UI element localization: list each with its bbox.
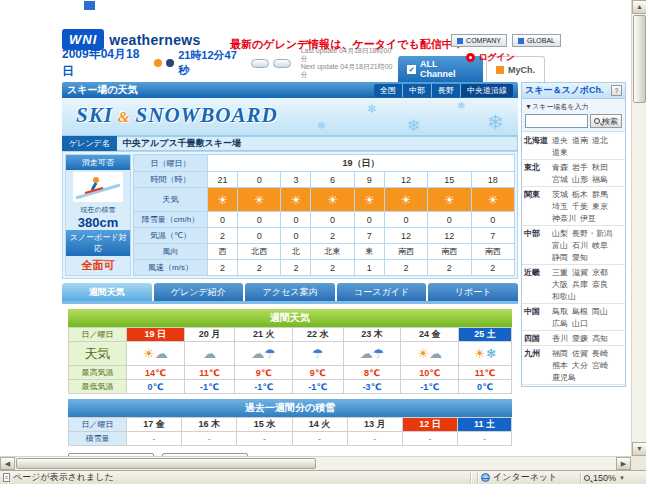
vertical-scrollbar[interactable]: ▲ ▼ bbox=[631, 0, 646, 456]
prefecture-link[interactable]: 愛知 bbox=[572, 252, 588, 263]
prefecture-link[interactable]: 奈良 bbox=[592, 279, 608, 290]
breadcrumb-item[interactable]: 長野 bbox=[431, 84, 460, 97]
prefecture-link[interactable]: 愛媛 bbox=[572, 333, 588, 344]
scroll-up-button[interactable]: ▲ bbox=[632, 0, 646, 14]
prefecture-link[interactable]: 福岡 bbox=[552, 348, 568, 359]
mych-icon bbox=[496, 66, 504, 74]
site-header: WNI weathernews 最新のゲレンデ情報は、ケータイでも配信中！ CO… bbox=[62, 26, 625, 62]
sun-icon-cell: ☀ bbox=[238, 187, 281, 211]
snowflake-icon: ❄ bbox=[457, 100, 465, 111]
breadcrumb-item[interactable]: 中部 bbox=[402, 84, 431, 97]
prefecture-link[interactable]: 和歌山 bbox=[552, 291, 576, 302]
prefecture-link[interactable]: 佐賀 bbox=[572, 348, 588, 359]
region-row: 中国鳥取島根岡山広島山口 bbox=[522, 304, 625, 331]
prefecture-link[interactable]: 道北 bbox=[592, 135, 608, 146]
past-snow-table: 日／曜日 17 金16 木15 水14 火13 月12 日11 土 積雪量 --… bbox=[68, 417, 512, 446]
prefecture-link[interactable]: 岩手 bbox=[572, 162, 588, 173]
prefecture-link[interactable]: 山口 bbox=[572, 318, 588, 329]
tab-access[interactable]: アクセス案内 bbox=[245, 283, 335, 301]
login-button[interactable]: ログイン bbox=[466, 51, 515, 64]
next-update: Next update 04月18日21時00分 bbox=[301, 63, 393, 78]
prefecture-link[interactable]: 群馬 bbox=[592, 189, 608, 200]
breadcrumb-item[interactable]: 全国 bbox=[374, 84, 402, 97]
gelande-name[interactable]: 中央アルプス千畳敷スキー場 bbox=[117, 136, 518, 151]
prefecture-link[interactable]: 宮城 bbox=[552, 174, 568, 185]
prefecture-link[interactable]: 熊本 bbox=[552, 360, 568, 371]
breadcrumb-item[interactable]: 中央道沿線 bbox=[460, 84, 513, 97]
tab-report[interactable]: リポート bbox=[428, 283, 518, 301]
prefecture-link[interactable]: 茨城 bbox=[552, 189, 568, 200]
prefecture-link[interactable]: 福島 bbox=[592, 174, 608, 185]
tab-weekly-weather[interactable]: 週間天気 bbox=[62, 283, 152, 301]
prefecture-link[interactable]: 伊豆 bbox=[580, 213, 596, 224]
scroll-left-button[interactable]: ◀ bbox=[0, 457, 15, 470]
global-icon bbox=[518, 38, 524, 44]
high-temp-cell: 8℃ bbox=[343, 366, 401, 380]
prefecture-link[interactable]: 兵庫 bbox=[572, 279, 588, 290]
prefecture-link[interactable]: 鹿児島 bbox=[552, 372, 576, 383]
horizontal-scroll-thumb[interactable] bbox=[16, 458, 316, 469]
horizontal-scrollbar[interactable]: ◀ ▶ bbox=[0, 456, 631, 470]
banner-ampersand: & bbox=[118, 109, 131, 125]
prefecture-link[interactable]: 鳥取 bbox=[552, 306, 568, 317]
global-button[interactable]: GLOBAL bbox=[512, 34, 561, 47]
sun-icon-cell: ☀ bbox=[281, 187, 311, 211]
weekly-icons-row: 天気 ☀☁ ☁ ☁☂ ☂ ☁☂ ☀☁ ☀❄ bbox=[69, 342, 512, 366]
past-snow-box: 過去一週間分の積雪 日／曜日 17 金16 木15 水14 火13 月12 日1… bbox=[68, 399, 512, 446]
tab-gelande-info[interactable]: ゲレンデ紹介 bbox=[154, 283, 244, 301]
search-button[interactable]: 検索 bbox=[590, 114, 622, 128]
weather-icon-cell: ☁☂ bbox=[235, 342, 293, 366]
prefecture-link[interactable]: 道南 bbox=[572, 135, 588, 146]
weather-icon-cell: ☂ bbox=[293, 342, 344, 366]
promo-text: 最新のゲレンデ情報は、ケータイでも配信中！ bbox=[230, 37, 464, 52]
temperature-cell: 7 bbox=[471, 228, 514, 244]
weathernews-logo[interactable]: WNI weathernews bbox=[62, 29, 201, 50]
prefecture-link[interactable]: 大分 bbox=[572, 360, 588, 371]
prefecture-link[interactable]: 埼玉 bbox=[552, 201, 568, 212]
weather-icon-cell: ☀❄ bbox=[459, 342, 512, 366]
prefecture-link[interactable]: 岡山 bbox=[592, 306, 608, 317]
prefecture-link[interactable]: 栃木 bbox=[572, 189, 588, 200]
prefecture-link[interactable]: 大阪 bbox=[552, 279, 568, 290]
cloud-icon: ☁ bbox=[251, 346, 264, 361]
zoom-control[interactable]: 150% ▼ bbox=[584, 473, 646, 483]
prefecture-link[interactable]: 山梨 bbox=[552, 228, 568, 239]
hour-cell: 18 bbox=[471, 172, 514, 188]
prefecture-link[interactable]: 青森 bbox=[552, 162, 568, 173]
tab-course-guide[interactable]: コースガイド bbox=[337, 283, 427, 301]
prefecture-link[interactable]: 秋田 bbox=[592, 162, 608, 173]
ski-resort-search-input[interactable] bbox=[525, 114, 588, 128]
prefecture-link[interactable]: 三重 bbox=[552, 267, 568, 278]
prefecture-link[interactable]: 富山 bbox=[552, 240, 568, 251]
prefecture-link[interactable]: 香川 bbox=[552, 333, 568, 344]
prefecture-link[interactable]: 高知 bbox=[592, 333, 608, 344]
vertical-scroll-thumb[interactable] bbox=[633, 15, 646, 103]
prefecture-link[interactable]: 道東 bbox=[552, 147, 568, 158]
prefecture-link[interactable]: 山形 bbox=[572, 174, 588, 185]
prefecture-link[interactable]: 千葉 bbox=[572, 201, 588, 212]
prefecture-link[interactable]: 京都 bbox=[592, 267, 608, 278]
sun-icon-cell: ☀ bbox=[311, 187, 354, 211]
today-weather-panel: 滑走可否 現在の積雪 380cm スノーボード対応 全面可 日 bbox=[62, 151, 518, 279]
prefecture-link[interactable]: 広島 bbox=[552, 318, 568, 329]
prefecture-link[interactable]: 長野・新潟 bbox=[572, 228, 612, 239]
prefecture-link[interactable]: 滋賀 bbox=[572, 267, 588, 278]
browser-chrome-fragment bbox=[84, 1, 95, 10]
scroll-down-button[interactable]: ▼ bbox=[632, 442, 646, 456]
scroll-right-button[interactable]: ▶ bbox=[616, 457, 631, 470]
cloud-icon: ☁ bbox=[155, 346, 168, 361]
cloud-icon: ☁ bbox=[360, 346, 373, 361]
prefecture-link[interactable]: 長崎 bbox=[592, 348, 608, 359]
prefecture-link[interactable]: 岐阜 bbox=[592, 240, 608, 251]
company-button[interactable]: COMPANY bbox=[451, 34, 507, 47]
prefecture-link[interactable]: 宮崎 bbox=[592, 360, 608, 371]
weather-icon-cell: ☀☁ bbox=[127, 342, 185, 366]
prefecture-link[interactable]: 島根 bbox=[572, 306, 588, 317]
prefecture-link[interactable]: 静岡 bbox=[552, 252, 568, 263]
help-button[interactable]: ? bbox=[611, 85, 622, 96]
prefecture-link[interactable]: 東京 bbox=[592, 201, 608, 212]
row-label: 風速（m/s） bbox=[134, 260, 208, 276]
prefecture-link[interactable]: 神奈川 bbox=[552, 213, 576, 224]
prefecture-link[interactable]: 石川 bbox=[572, 240, 588, 251]
prefecture-link[interactable]: 道央 bbox=[552, 135, 568, 146]
